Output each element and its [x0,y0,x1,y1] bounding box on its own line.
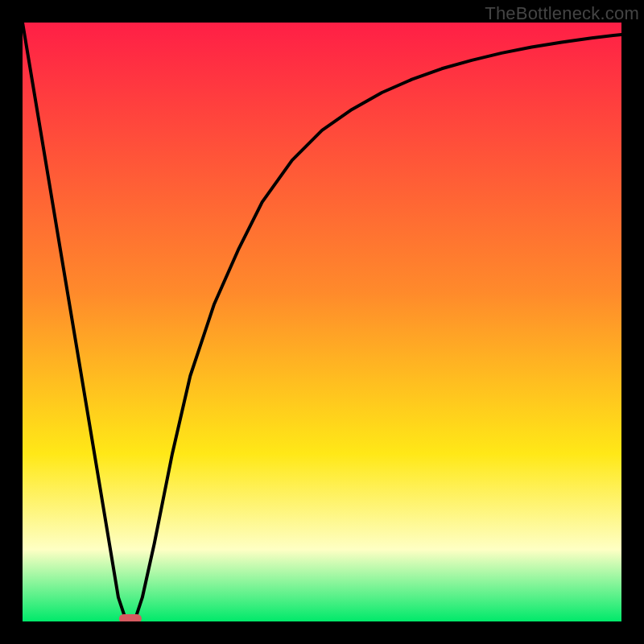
gradient-background [23,23,621,621]
plot-area [23,23,621,621]
plot-svg [23,23,621,621]
watermark-text: TheBottleneck.com [485,3,639,24]
optimum-marker [119,614,142,621]
chart-frame: TheBottleneck.com [0,0,644,644]
